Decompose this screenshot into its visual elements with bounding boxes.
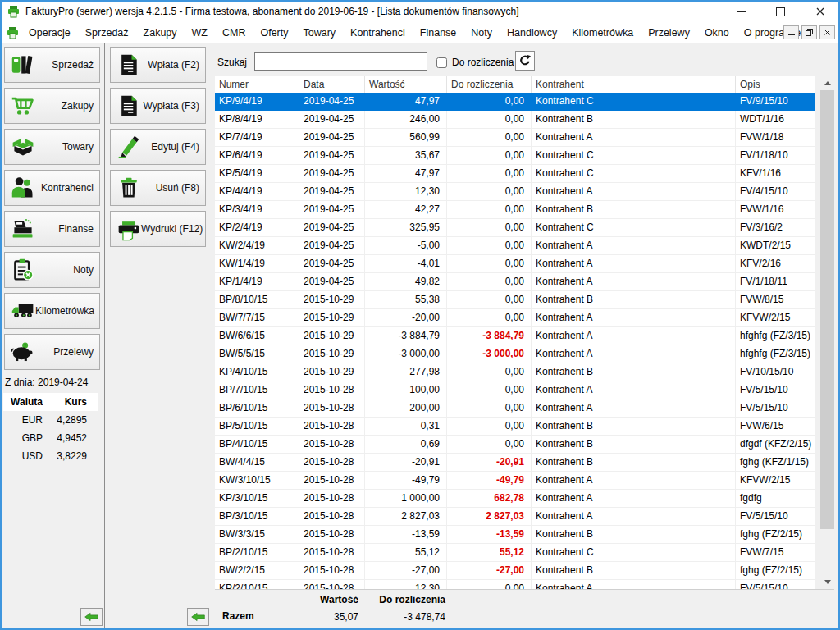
table-row[interactable]: KP/8/4/192019-04-25246,000,00Kontrahent …: [215, 111, 815, 129]
column-header[interactable]: Do rozliczenia: [447, 76, 532, 93]
menubar: OperacjeSprzedażZakupyWZCMROfertyTowaryK…: [0, 23, 840, 43]
menu-item[interactable]: WZ: [185, 23, 215, 43]
table-row[interactable]: KP/7/4/192019-04-25560,990,00Kontrahent …: [215, 129, 815, 147]
button-kontrahenci[interactable]: Kontrahenci: [4, 170, 100, 206]
total-label: Razem: [222, 610, 254, 622]
table-row[interactable]: BP/6/10/152015-10-28200,000,00Kontrahent…: [215, 399, 815, 418]
button-wydruki-f12-[interactable]: Wydruki (F12): [110, 211, 206, 247]
button-finanse[interactable]: Finanse: [4, 211, 100, 247]
table-row[interactable]: BW/3/3/152015-10-28-13,59-13,59Kontrahen…: [215, 526, 815, 544]
cell-kontrahent: Kontrahent B: [532, 111, 736, 128]
cell-numer: KP/3/10/15: [215, 490, 299, 507]
table-row[interactable]: BW/5/5/152015-10-29-3 000,00-3 000,00Kon…: [215, 345, 815, 363]
app-icon: [7, 5, 21, 18]
table-row[interactable]: KP/4/4/192019-04-2512,300,00Kontrahent A…: [215, 183, 815, 201]
scroll-up-button[interactable]: [820, 76, 834, 90]
table-row[interactable]: BP/3/10/152015-10-282 827,032 827,03Kont…: [215, 508, 815, 526]
menu-item[interactable]: Finanse: [413, 23, 463, 43]
menu-item[interactable]: Noty: [463, 23, 500, 43]
button-sprzeda-[interactable]: Sprzedaż: [4, 47, 100, 83]
table-row[interactable]: KW/2/4/192019-04-25-5,000,00Kontrahent A…: [215, 237, 815, 255]
table-row[interactable]: BW/6/6/152015-10-29-3 884,79-3 884,79Kon…: [215, 327, 815, 345]
table-row[interactable]: BP/5/10/152015-10-280,310,00Kontrahent B…: [215, 418, 815, 436]
menu-item[interactable]: Towary: [296, 23, 344, 43]
menu-item[interactable]: Oferty: [253, 23, 295, 43]
cell-numer: BW/6/6/15: [215, 327, 299, 345]
cell-do-rozliczenia: 0,00: [447, 111, 532, 128]
column-header[interactable]: Data: [299, 76, 365, 93]
maximize-button[interactable]: [761, 0, 799, 23]
cell-wartosc: 2 827,03: [365, 508, 447, 525]
table-row[interactable]: KP/1/4/192019-04-2549,820,00Kontrahent A…: [215, 273, 815, 291]
table-row[interactable]: KP/6/4/192019-04-2535,670,00Kontrahent C…: [215, 147, 815, 165]
button-wyp-ata-f3-[interactable]: Wypłata (F3): [110, 88, 206, 124]
table-row[interactable]: BP/7/10/152015-10-28100,000,00Kontrahent…: [215, 381, 815, 399]
scrollbar-thumb[interactable]: [820, 90, 834, 529]
table-row[interactable]: KP/2/10/152015-10-2812,300,00Kontrahent …: [215, 580, 815, 589]
cell-opis: FV/9/15/10: [736, 93, 815, 110]
mdi-minimize-button[interactable]: [783, 25, 799, 39]
minimize-button[interactable]: [722, 0, 760, 23]
table-row[interactable]: KP/9/4/192019-04-2547,970,00Kontrahent C…: [215, 93, 815, 111]
button-usu-f8-[interactable]: Usuń (F8): [110, 170, 206, 206]
sidebar-back-button[interactable]: [80, 608, 103, 626]
cell-kontrahent: Kontrahent C: [532, 219, 736, 236]
button-zakupy[interactable]: Zakupy: [4, 88, 100, 124]
footer-divider: [215, 589, 834, 590]
menu-item[interactable]: Operacje: [21, 23, 78, 43]
menu-item[interactable]: Sprzedaż: [78, 23, 136, 43]
table-row[interactable]: KP/2/4/192019-04-25325,950,00Kontrahent …: [215, 219, 815, 237]
mdi-restore-button[interactable]: [801, 25, 817, 39]
table-row[interactable]: BP/2/10/152015-10-2855,1255,12Kontrahent…: [215, 544, 815, 562]
button-edytuj-f4-[interactable]: Edytuj (F4): [110, 129, 206, 165]
column-header[interactable]: Wartość: [365, 76, 447, 93]
table-row[interactable]: KW/3/10/152015-10-28-49,79-49,79Kontrahe…: [215, 472, 815, 490]
refresh-button[interactable]: [515, 51, 535, 71]
menu-item[interactable]: Okno: [697, 23, 737, 43]
table-row[interactable]: BW/2/2/152015-10-28-27,00-27,00Kontrahen…: [215, 562, 815, 580]
vertical-scrollbar[interactable]: [820, 76, 834, 589]
menu-item[interactable]: Kontrahenci: [343, 23, 413, 43]
menu-item[interactable]: Przelewy: [641, 23, 697, 43]
due-filter-label: Do rozliczenia: [452, 57, 514, 68]
cell-do-rozliczenia: -20,91: [447, 454, 532, 471]
cell-kontrahent: Kontrahent C: [532, 544, 736, 561]
search-input[interactable]: [254, 52, 427, 71]
cell-kontrahent: Kontrahent B: [532, 562, 736, 579]
button-wp-ata-f2-[interactable]: Wpłata (F2): [110, 47, 206, 83]
cell-wartosc: -3 000,00: [365, 345, 447, 363]
mdi-close-button[interactable]: [819, 25, 835, 39]
button-kilometr-wka[interactable]: Kilometrówka: [4, 293, 100, 329]
due-filter-checkbox[interactable]: [436, 57, 447, 68]
cell-wartosc: 47,97: [365, 165, 447, 182]
column-header[interactable]: Numer: [215, 76, 299, 93]
cell-wartosc: 49,82: [365, 273, 447, 290]
button-przelewy[interactable]: Przelewy: [4, 334, 100, 370]
table-row[interactable]: KP/4/10/152015-10-29277,980,00Kontrahent…: [215, 363, 815, 381]
table-row[interactable]: BW/7/7/152015-10-29-20,000,00Kontrahent …: [215, 309, 815, 327]
table-row[interactable]: KP/5/4/192019-04-2547,970,00Kontrahent C…: [215, 165, 815, 183]
column-header[interactable]: Opis: [736, 76, 815, 93]
table-row[interactable]: KP/3/10/152015-10-281 000,00682,78Kontra…: [215, 490, 815, 508]
table-row[interactable]: KW/1/4/192019-04-25-4,010,00Kontrahent A…: [215, 255, 815, 273]
menu-item[interactable]: Kilometrówka: [564, 23, 641, 43]
button-towary[interactable]: Towary: [4, 129, 100, 165]
cell-numer: BP/3/10/15: [215, 508, 299, 525]
cell-kontrahent: Kontrahent A: [532, 255, 736, 272]
menu-item[interactable]: Handlowcy: [500, 23, 564, 43]
close-button[interactable]: [801, 0, 840, 23]
table-row[interactable]: KP/3/4/192019-04-2542,270,00Kontrahent B…: [215, 201, 815, 219]
button-label: Wydruki (F12): [141, 223, 203, 235]
table-row[interactable]: BW/4/4/152015-10-28-20,91-20,91Kontrahen…: [215, 454, 815, 472]
table-row[interactable]: BP/4/10/152015-10-280,690,00Kontrahent B…: [215, 436, 815, 454]
button-noty[interactable]: Noty: [4, 252, 100, 288]
column-header[interactable]: Kontrahent: [532, 76, 736, 93]
menu-item[interactable]: CMR: [215, 23, 253, 43]
cell-data: 2019-04-25: [299, 183, 365, 200]
footer-back-button[interactable]: [187, 608, 209, 626]
menu-item[interactable]: Zakupy: [136, 23, 185, 43]
button-label: Sprzedaż: [35, 59, 94, 71]
table-row[interactable]: BP/8/10/152015-10-2955,380,00Kontrahent …: [215, 291, 815, 309]
scroll-down-button[interactable]: [820, 575, 834, 589]
cell-kontrahent: Kontrahent A: [532, 273, 736, 290]
